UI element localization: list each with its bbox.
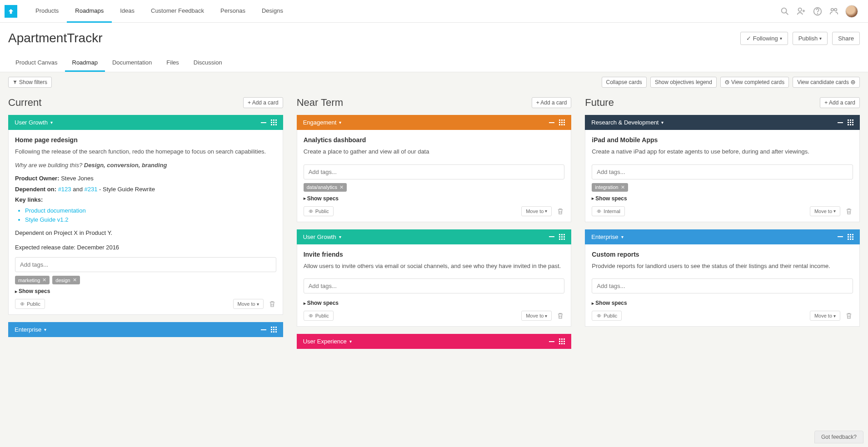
- tag[interactable]: marketing✕: [15, 276, 50, 284]
- visibility-toggle[interactable]: Internal: [592, 206, 625, 216]
- card-title[interactable]: iPad and Mobile Apps: [592, 136, 853, 144]
- card-title[interactable]: Custom reports: [592, 251, 853, 258]
- move-to-button[interactable]: Move to ▾: [233, 299, 264, 309]
- dependency-link[interactable]: #123: [58, 186, 71, 193]
- nav-feedback[interactable]: Customer Feedback: [143, 0, 212, 23]
- trash-icon[interactable]: [845, 311, 853, 320]
- move-to-button[interactable]: Move to ▾: [810, 206, 840, 216]
- card-title[interactable]: Invite friends: [304, 251, 565, 258]
- add-tags-input[interactable]: [592, 164, 853, 179]
- topbar-actions: [780, 5, 863, 18]
- add-tags-input[interactable]: [304, 278, 565, 293]
- tab-files[interactable]: Files: [159, 55, 186, 72]
- objective-engagement[interactable]: Engagement ▾: [297, 115, 572, 130]
- visibility-toggle[interactable]: Public: [304, 206, 334, 216]
- remove-tag-icon[interactable]: ✕: [42, 277, 46, 283]
- remove-tag-icon[interactable]: ✕: [339, 184, 344, 190]
- objective-user-growth[interactable]: User Growth ▾: [297, 229, 572, 244]
- share-button[interactable]: Share: [832, 32, 860, 45]
- logo[interactable]: [5, 5, 17, 18]
- add-user-icon[interactable]: [796, 6, 806, 16]
- help-icon[interactable]: [813, 6, 823, 16]
- view-candidate-button[interactable]: View candidate cards: [793, 77, 860, 88]
- add-card-button[interactable]: + Add a card: [243, 97, 283, 108]
- add-card-button[interactable]: + Add a card: [820, 97, 860, 108]
- collapse-icon[interactable]: [261, 329, 266, 330]
- view-completed-button[interactable]: View completed cards: [720, 77, 789, 88]
- show-specs-toggle[interactable]: ▸Show specs: [592, 300, 853, 306]
- tab-discussion[interactable]: Discussion: [186, 55, 229, 72]
- collapse-icon[interactable]: [549, 341, 554, 342]
- card-why: Why are we building this? Design, conver…: [15, 161, 276, 170]
- collapse-cards-button[interactable]: Collapse cards: [602, 77, 647, 88]
- objective-enterprise[interactable]: Enterprise ▾: [585, 229, 860, 244]
- trash-icon[interactable]: [556, 207, 564, 216]
- grid-icon[interactable]: [559, 234, 565, 240]
- add-tags-input[interactable]: [15, 257, 276, 272]
- tab-product-canvas[interactable]: Product Canvas: [8, 55, 65, 72]
- grid-icon[interactable]: [559, 338, 565, 344]
- trash-icon[interactable]: [845, 207, 853, 216]
- tag[interactable]: data/analytics✕: [304, 183, 347, 192]
- grid-icon[interactable]: [848, 234, 853, 240]
- nav-personas[interactable]: Personas: [212, 0, 254, 23]
- tag[interactable]: integration✕: [592, 183, 628, 192]
- visibility-toggle[interactable]: Public: [592, 311, 622, 321]
- card-description: Create a place to gather and view all of…: [304, 147, 565, 156]
- add-tags-input[interactable]: [592, 278, 853, 293]
- card-title[interactable]: Home page redesign: [15, 136, 276, 144]
- move-to-button[interactable]: Move to ▾: [521, 206, 552, 216]
- tab-documentation[interactable]: Documentation: [105, 55, 159, 72]
- objective-user-experience[interactable]: User Experience ▾: [297, 334, 572, 349]
- dependency-link[interactable]: #231: [85, 186, 98, 193]
- show-specs-toggle[interactable]: ▸Show specs: [304, 300, 565, 306]
- visibility-toggle[interactable]: Public: [304, 311, 334, 321]
- trash-icon[interactable]: [268, 299, 276, 308]
- collapse-icon[interactable]: [549, 122, 554, 123]
- collapse-icon[interactable]: [838, 236, 843, 237]
- chevron-down-icon: ▾: [339, 120, 341, 125]
- collapse-icon[interactable]: [838, 122, 843, 123]
- tag[interactable]: design✕: [52, 276, 80, 284]
- add-card-button[interactable]: + Add a card: [532, 97, 572, 108]
- objective-user-growth[interactable]: User Growth ▾: [8, 115, 283, 130]
- move-to-button[interactable]: Move to ▾: [521, 311, 552, 321]
- remove-tag-icon[interactable]: ✕: [73, 277, 77, 283]
- plus-circle-icon: [851, 80, 855, 84]
- svg-line-1: [786, 12, 788, 15]
- key-link[interactable]: Product documentation: [25, 206, 276, 216]
- eye-icon: [308, 209, 314, 214]
- objective-rd[interactable]: Research & Development ▾: [585, 115, 860, 130]
- objectives-legend-button[interactable]: Show objectives legend: [650, 77, 717, 88]
- show-filters-button[interactable]: Show filters: [8, 77, 52, 88]
- nav-ideas[interactable]: Ideas: [112, 0, 143, 23]
- publish-button[interactable]: Publish ▾: [793, 32, 828, 45]
- remove-tag-icon[interactable]: ✕: [621, 184, 625, 190]
- nav-designs[interactable]: Designs: [254, 0, 291, 23]
- collapse-icon[interactable]: [549, 236, 554, 237]
- search-icon[interactable]: [780, 6, 790, 16]
- grid-icon[interactable]: [271, 119, 277, 125]
- grid-icon[interactable]: [271, 327, 277, 333]
- show-specs-toggle[interactable]: ▸Show specs: [592, 195, 853, 202]
- move-to-button[interactable]: Move to ▾: [810, 311, 840, 321]
- objective-enterprise[interactable]: Enterprise ▾: [8, 322, 283, 337]
- trash-icon[interactable]: [556, 311, 564, 320]
- show-specs-toggle[interactable]: ▸Show specs: [304, 195, 565, 202]
- following-button[interactable]: ✓ Following ▾: [740, 32, 788, 45]
- key-link[interactable]: Style Guide v1.2: [25, 215, 276, 225]
- nav-products[interactable]: Products: [27, 0, 67, 23]
- nav-roadmaps[interactable]: Roadmaps: [67, 0, 112, 23]
- card-title[interactable]: Analytics dashboard: [304, 136, 565, 144]
- card-description: Following the release of the search func…: [15, 147, 276, 156]
- add-tags-input[interactable]: [304, 164, 565, 179]
- tab-roadmap[interactable]: Roadmap: [65, 55, 105, 72]
- show-specs-toggle[interactable]: ▸Show specs: [15, 288, 276, 294]
- release-date: Expected release date: December 2016: [15, 243, 276, 252]
- grid-icon[interactable]: [559, 119, 565, 125]
- collapse-icon[interactable]: [261, 122, 266, 123]
- grid-icon[interactable]: [848, 119, 853, 125]
- avatar[interactable]: [845, 5, 858, 18]
- visibility-toggle[interactable]: Public: [15, 299, 45, 309]
- team-icon[interactable]: [829, 6, 839, 16]
